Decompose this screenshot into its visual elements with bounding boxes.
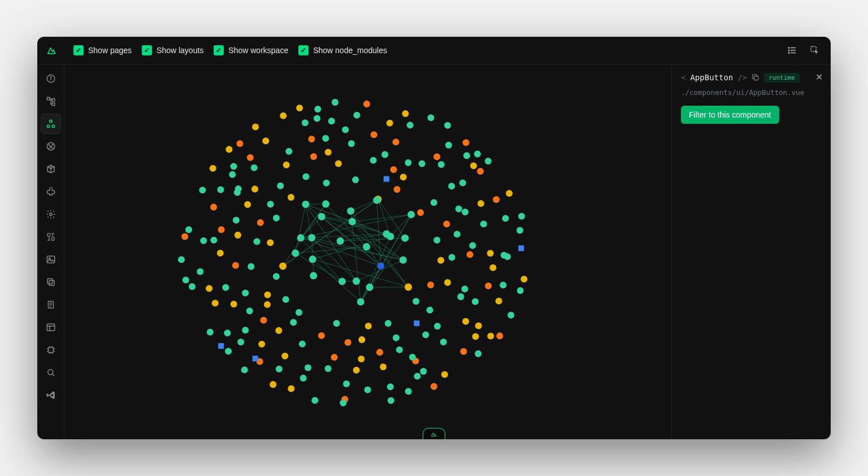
sidebar-chip-icon[interactable] [41, 340, 61, 360]
tag-open: < [681, 73, 685, 82]
copy-icon[interactable] [752, 73, 760, 81]
svg-point-140 [353, 366, 360, 373]
svg-point-46 [47, 369, 53, 374]
svg-point-100 [387, 383, 394, 390]
svg-point-104 [276, 365, 283, 372]
svg-rect-12 [52, 103, 55, 106]
sidebar-image-icon[interactable] [41, 249, 61, 270]
svg-point-98 [420, 367, 427, 374]
svg-point-166 [467, 251, 474, 258]
svg-point-150 [218, 226, 225, 233]
svg-point-48 [520, 275, 527, 282]
svg-point-13 [49, 120, 52, 123]
component-header: < AppButton /> runtime [681, 73, 822, 83]
checkbox-label: Show workspace [228, 46, 288, 55]
svg-point-203 [318, 332, 325, 339]
svg-point-230 [273, 214, 280, 221]
svg-rect-11 [52, 98, 55, 101]
sidebar-vscode-icon[interactable] [41, 385, 61, 405]
sidebar-info-icon[interactable] [41, 68, 61, 89]
svg-point-171 [396, 346, 403, 353]
nuxt-logo [45, 44, 59, 57]
svg-point-5 [788, 53, 789, 54]
checkbox-show-pages[interactable]: ✓ Show pages [73, 45, 132, 55]
svg-point-109 [212, 300, 219, 306]
checkbox-show-workspace[interactable]: ✓ Show workspace [214, 45, 288, 55]
check-icon: ✓ [142, 45, 152, 55]
graph-canvas[interactable] [64, 65, 671, 439]
svg-point-55 [431, 383, 437, 390]
svg-point-80 [332, 98, 338, 105]
svg-point-73 [210, 165, 216, 171]
svg-rect-20 [47, 233, 50, 236]
sidebar-plugin-icon[interactable] [41, 181, 61, 202]
svg-point-3 [788, 47, 789, 49]
svg-point-196 [449, 254, 455, 261]
svg-point-218 [443, 220, 450, 227]
sidebar-binary-icon[interactable] [41, 227, 61, 247]
sidebar-settings-icon[interactable] [41, 204, 61, 224]
sidebar-search-icon[interactable] [41, 362, 61, 383]
svg-point-213 [335, 160, 342, 167]
svg-point-152 [235, 185, 242, 192]
close-icon[interactable]: ✕ [815, 72, 823, 83]
svg-rect-315 [754, 76, 758, 80]
svg-point-163 [478, 200, 484, 207]
svg-point-87 [485, 158, 492, 165]
svg-point-112 [200, 237, 207, 244]
svg-point-225 [333, 319, 340, 326]
svg-point-305 [387, 232, 394, 240]
svg-point-132 [489, 264, 496, 271]
svg-point-162 [459, 179, 466, 186]
sidebar-routes-icon[interactable] [41, 136, 61, 157]
svg-point-309 [292, 249, 299, 257]
svg-point-113 [210, 204, 217, 210]
svg-point-72 [199, 187, 206, 193]
svg-point-214 [370, 157, 377, 163]
svg-point-197 [444, 279, 451, 285]
svg-rect-234 [384, 176, 389, 181]
sidebar-graph-icon[interactable] [41, 114, 61, 134]
inspector-panel: ✕ < AppButton /> runtime ./components/ui… [671, 65, 831, 439]
svg-point-121 [328, 118, 335, 124]
dock-nuxt-logo[interactable] [423, 428, 445, 439]
svg-point-49 [517, 287, 524, 293]
sidebar-tree-icon[interactable] [41, 91, 61, 111]
sidebar-package-icon[interactable] [41, 159, 61, 179]
svg-point-169 [434, 323, 441, 330]
main-body: ✕ < AppButton /> runtime ./components/ui… [37, 65, 831, 439]
svg-point-68 [183, 276, 189, 283]
sidebar-file-icon[interactable] [41, 295, 61, 315]
svg-point-312 [401, 234, 409, 241]
svg-point-209 [257, 219, 264, 226]
svg-point-222 [413, 298, 419, 305]
svg-point-64 [225, 348, 232, 354]
checkbox-show-node-modules[interactable]: ✓ Show node_modules [298, 45, 387, 55]
sidebar-copies-icon[interactable] [41, 272, 61, 292]
svg-point-223 [385, 320, 392, 327]
checkbox-label: Show layouts [157, 46, 203, 55]
svg-rect-28 [49, 280, 54, 285]
svg-point-146 [231, 301, 237, 308]
svg-point-233 [352, 176, 359, 183]
sidebar-layout-icon[interactable] [41, 317, 61, 337]
svg-rect-34 [47, 324, 55, 331]
svg-point-207 [248, 263, 254, 270]
svg-point-76 [252, 123, 259, 130]
svg-line-242 [283, 204, 326, 266]
svg-point-159 [392, 139, 399, 145]
svg-point-79 [314, 105, 321, 112]
checkbox-show-layouts[interactable]: ✓ Show layouts [142, 45, 203, 55]
list-view-icon[interactable] [784, 42, 800, 58]
svg-rect-26 [47, 256, 55, 263]
svg-point-148 [217, 249, 224, 256]
svg-line-270 [312, 237, 403, 260]
svg-point-310 [363, 243, 370, 250]
svg-point-61 [288, 385, 294, 392]
svg-point-211 [277, 182, 284, 189]
svg-point-232 [323, 179, 330, 186]
svg-point-157 [342, 126, 349, 133]
inspect-icon[interactable] [807, 42, 823, 58]
filter-to-component-button[interactable]: Filter to this component [681, 106, 779, 124]
svg-point-88 [506, 190, 513, 197]
